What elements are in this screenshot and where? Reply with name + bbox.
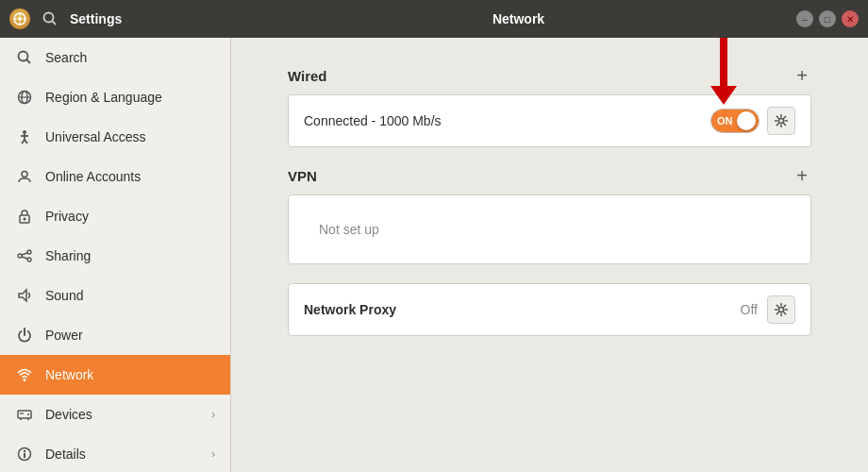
wired-section-title: Wired [288,68,327,84]
network-proxy-settings-button[interactable] [767,295,795,324]
close-button[interactable]: ✕ [842,10,859,27]
details-icon [15,445,34,464]
vpn-not-set-label: Not set up [304,207,394,252]
wired-toggle-switch[interactable]: ON [710,109,760,133]
window-controls: – □ ✕ [796,10,859,27]
svg-line-24 [22,253,27,255]
app-icon [9,8,30,29]
vpn-add-button[interactable]: + [793,166,811,185]
maximize-button[interactable]: □ [819,10,836,27]
svg-point-32 [27,413,29,415]
sidebar-item-region-language[interactable]: Region & Language [0,77,230,117]
search-icon [15,48,34,67]
sharing-icon [15,246,34,265]
svg-point-23 [27,258,31,261]
minimize-button[interactable]: – [796,10,813,27]
sidebar-item-label: Details [45,447,200,462]
network-proxy-row[interactable]: Network Proxy Off [289,284,810,335]
sidebar-item-privacy[interactable]: Privacy [0,196,230,236]
sidebar-item-label: Region & Language [45,90,215,105]
sidebar-item-label: Online Accounts [45,169,215,184]
svg-point-27 [24,379,26,381]
vpn-section-title: VPN [288,168,317,184]
online-accounts-icon [15,167,34,186]
svg-point-21 [18,254,22,258]
titlebar: Settings Network – □ ✕ [0,0,868,38]
svg-point-22 [27,250,31,254]
sidebar-item-label: Devices [45,407,200,422]
sidebar-item-online-accounts[interactable]: Online Accounts [0,157,230,196]
wired-card: Connected - 1000 Mb/s ON [288,94,811,147]
wired-section-header: Wired + [288,66,811,85]
toggle-on-label: ON [717,115,733,126]
toggle-knob [737,111,756,130]
devices-icon [15,405,34,424]
privacy-icon [15,207,34,226]
svg-point-37 [779,308,784,312]
vpn-section-header: VPN + [288,166,811,185]
network-icon [15,365,34,384]
sidebar-item-sharing[interactable]: Sharing [0,236,230,276]
gear-icon [774,113,789,128]
svg-point-8 [19,52,28,61]
svg-line-17 [25,140,27,143]
sidebar-item-label: Network [45,367,215,382]
svg-marker-26 [19,290,26,301]
sidebar-item-sound[interactable]: Sound [0,276,230,315]
sidebar-item-label: Sharing [45,248,215,263]
sidebar-item-power[interactable]: Power [0,315,230,355]
vpn-not-set-row: Not set up [289,195,810,263]
window-title: Network [241,11,796,26]
network-proxy-label: Network Proxy [304,302,741,317]
sidebar-item-label: Search [45,50,215,65]
svg-point-35 [24,450,25,452]
sidebar-item-search[interactable]: Search [0,38,230,77]
wired-toggle[interactable]: ON [710,109,760,133]
svg-line-9 [27,60,31,64]
sidebar-item-devices[interactable]: Devices › [0,395,230,434]
sidebar-item-label: Power [45,328,215,343]
sidebar-item-label: Universal Access [45,129,215,144]
chevron-icon: › [211,447,215,461]
gear-icon [774,302,789,317]
sidebar-item-label: Privacy [45,209,215,224]
wired-connection-label: Connected - 1000 Mb/s [304,113,710,128]
svg-point-13 [23,130,26,134]
region-icon [15,88,34,107]
wired-connection-row: Connected - 1000 Mb/s ON [289,95,810,146]
sidebar-item-details[interactable]: Details › [0,434,230,472]
sidebar: Search Region & Language [0,38,231,472]
settings-label: Settings [70,11,122,26]
sound-icon [15,286,34,305]
svg-point-6 [44,13,54,23]
network-proxy-value: Off [741,302,758,317]
svg-line-25 [22,257,27,259]
wired-settings-button[interactable] [767,107,795,135]
wired-add-button[interactable]: + [793,66,811,85]
sidebar-item-universal-access[interactable]: Universal Access [0,117,230,157]
svg-point-1 [18,17,22,21]
sidebar-item-network[interactable]: Network [0,355,230,395]
universal-access-icon [15,127,34,146]
vpn-card: Not set up [288,194,811,264]
svg-line-7 [53,22,57,25]
chevron-icon: › [211,408,215,421]
svg-point-18 [22,172,27,177]
svg-point-36 [779,119,784,124]
network-proxy-card[interactable]: Network Proxy Off [288,283,811,336]
search-icon[interactable] [38,7,62,31]
svg-point-20 [24,218,26,221]
power-icon [15,326,34,345]
content-area: Wired + Connected - 1000 Mb/s ON [231,38,868,472]
sidebar-item-label: Sound [45,288,215,303]
